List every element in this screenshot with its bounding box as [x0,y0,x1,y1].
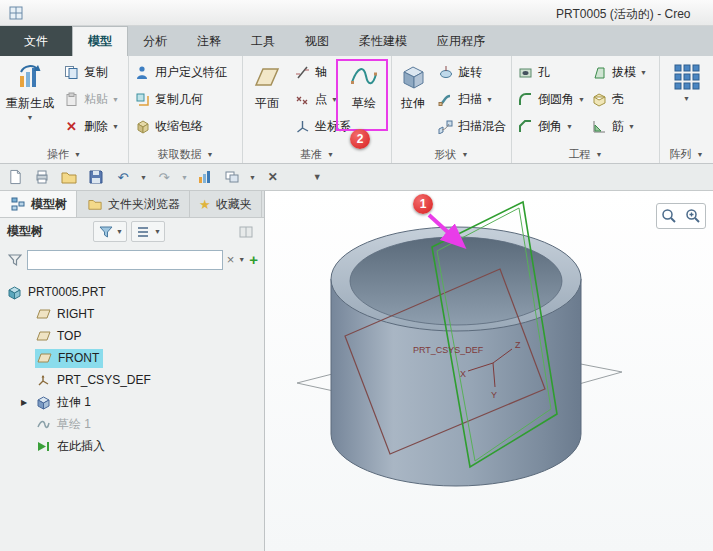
tab-label: 视图 [305,33,329,50]
tab-annotate[interactable]: 注释 [182,26,236,56]
axis-x-label: X [460,369,466,379]
filter-clear-icon[interactable]: × [227,252,235,267]
tab-file[interactable]: 文件 [0,26,72,56]
chevron-down-icon[interactable]: ▼ [238,256,245,263]
chevron-down-icon: ▼ [566,123,573,130]
paste-button[interactable]: 粘贴 ▼ [60,86,122,113]
draft-button[interactable]: 拔模 ▼ [588,59,656,86]
group-label-engineering[interactable]: 工程 ▼ [512,145,659,163]
shrinkwrap-button[interactable]: 收缩包络 [131,113,230,140]
save-button[interactable] [86,167,106,187]
copy-geometry-button[interactable]: 复制几何 [131,86,230,113]
tree-item-top-plane[interactable]: TOP [0,325,264,347]
chevron-down-icon[interactable]: ▼ [140,174,147,181]
group-label-operations[interactable]: 操作 ▼ [0,145,128,163]
tree-item-right-plane[interactable]: RIGHT [0,303,264,325]
shell-label: 壳 [612,91,624,108]
tree-item-extrude[interactable]: ▶ 拉伸 1 [0,391,264,413]
expander-icon[interactable]: ▶ [18,398,30,407]
coordinate-system-button[interactable]: 坐标系 [291,113,338,140]
chevron-down-icon[interactable]: ▼ [249,174,256,181]
paste-icon [63,91,80,108]
shell-button[interactable]: 壳 [588,86,656,113]
filter-funnel-icon [6,251,23,268]
revolve-button[interactable]: 旋转 [434,59,509,86]
delete-icon: ✕ [63,118,80,135]
chevron-down-icon[interactable]: ▼ [181,174,188,181]
axis-button[interactable]: 轴 [291,59,338,86]
user-defined-feature-button[interactable]: 用户定义特征 [131,59,230,86]
group-label-pattern[interactable]: 阵列 ▼ [660,145,713,163]
print-button[interactable] [32,167,52,187]
tree-columns-button[interactable] [234,222,257,241]
chevron-down-icon: ▼ [327,151,334,158]
tab-model-tree[interactable]: 模型树 [0,191,77,217]
extrude-button[interactable]: 拉伸 [394,59,432,112]
open-folder-button[interactable] [59,167,79,187]
regenerate-button[interactable]: 重新生成 ▼ [2,59,58,121]
tree-item-front-plane[interactable]: FRONT [0,347,264,369]
tab-tools[interactable]: 工具 [236,26,290,56]
tree-display-settings-button[interactable]: ▼ [131,221,165,242]
pattern-button[interactable]: ▼ [664,59,710,102]
rib-button[interactable]: 筋 ▼ [588,113,656,140]
tree-item-part[interactable]: PRT0005.PRT [0,281,264,303]
axis-label: 轴 [315,64,327,81]
tab-analysis[interactable]: 分析 [128,26,182,56]
copy-button[interactable]: 复制 [60,59,122,86]
search-icon[interactable] [659,206,679,226]
tab-favorites[interactable]: ★ 收藏夹 [190,191,262,217]
tab-flexible-modeling[interactable]: 柔性建模 [344,26,422,56]
chevron-down-icon: ▼ [462,151,469,158]
tree-item-insert-here[interactable]: 在此插入 [0,435,264,457]
redo-button[interactable]: ↷ [154,167,174,187]
axis-z-label: Z [515,340,521,350]
tree-filter-settings-button[interactable]: ▼ [93,221,127,242]
group-label-datum[interactable]: 基准 ▼ [243,145,391,163]
chevron-down-icon: ▼ [154,228,161,235]
regenerate-toolbar-button[interactable] [195,167,215,187]
round-label: 倒圆角 [538,91,574,108]
zoom-in-icon[interactable] [683,206,703,226]
tab-view[interactable]: 视图 [290,26,344,56]
graphics-toolbar-dropdown-icon[interactable]: ▼ [313,173,322,182]
round-button[interactable]: 倒圆角 ▼ [514,86,586,113]
sketch-button[interactable]: 草绘 [340,59,388,112]
model-tree-filter-row: × ▼ + [0,245,264,274]
swept-blend-icon [437,118,454,135]
close-window-button[interactable]: ✕ [263,167,283,187]
round-icon [517,91,534,108]
list-icon [135,223,152,240]
chevron-down-icon: ▼ [331,96,338,103]
coordinate-system-icon [294,118,311,135]
tree-item-label: PRT0005.PRT [28,285,106,299]
tree-item-sketch[interactable]: 草绘 1 [0,413,264,435]
model-tree-filter-input[interactable] [27,250,223,270]
tab-label: 文件 [24,33,48,50]
point-button[interactable]: 点 ▼ [291,86,338,113]
sweep-button[interactable]: 扫描 ▼ [434,86,509,113]
undo-button[interactable]: ↶ [113,167,133,187]
graphics-viewport[interactable]: PRT_CSYS_DEF X Z Y 1 [265,191,713,551]
group-label-get-data[interactable]: 获取数据 ▼ [129,145,242,163]
tab-model[interactable]: 模型 [72,26,128,56]
tab-applications[interactable]: 应用程序 [422,26,500,56]
tab-folder-browser[interactable]: 文件夹浏览器 [77,191,190,217]
tree-item-csys[interactable]: PRT_CSYS_DEF [0,369,264,391]
group-label-shapes[interactable]: 形状 ▼ [392,145,511,163]
new-file-button[interactable] [5,167,25,187]
hole-button[interactable]: 孔 [514,59,586,86]
filter-add-button[interactable]: + [249,251,258,268]
plane-button[interactable]: 平面 [245,59,289,112]
tree-item-label: 拉伸 1 [57,394,91,411]
chamfer-button[interactable]: 倒角 ▼ [514,113,586,140]
3d-scene: PRT_CSYS_DEF X Z Y [265,191,713,551]
datum-plane-icon [36,350,53,367]
swept-blend-button[interactable]: 扫描混合 [434,113,509,140]
copy-geometry-label: 复制几何 [155,91,203,108]
rib-label: 筋 [612,118,624,135]
window-switch-button[interactable] [222,167,242,187]
tab-label: 模型 [88,33,112,50]
delete-button[interactable]: ✕ 删除 ▼ [60,113,122,140]
user-defined-feature-label: 用户定义特征 [155,64,227,81]
